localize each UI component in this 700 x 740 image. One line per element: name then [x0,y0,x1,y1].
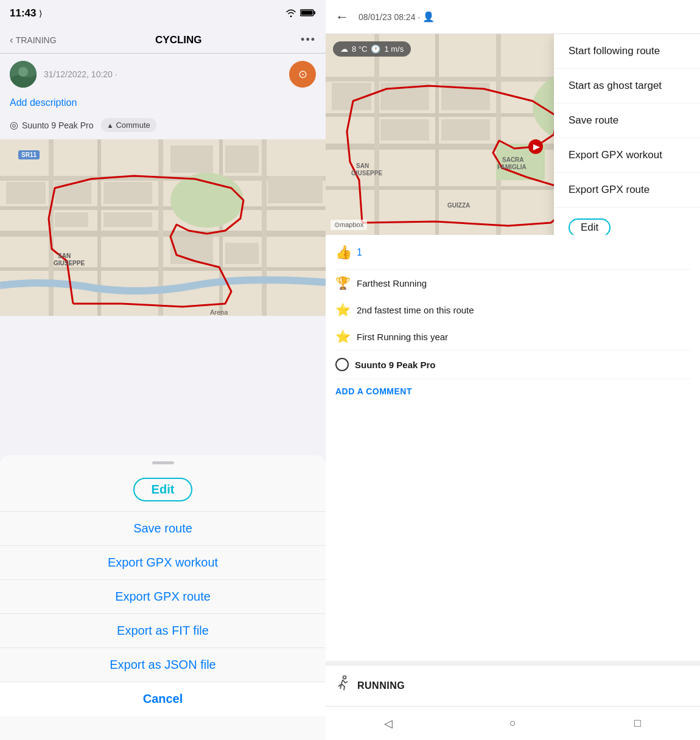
road-badge: SR11 [18,150,40,159]
nav-back-label: TRAINING [16,35,57,45]
achievement-2: ⭐ 2nd fastest time on this route [335,296,690,323]
svg-rect-49 [380,119,429,141]
svg-text:SAN: SAN [58,253,71,259]
sheet-export-gpx-workout[interactable]: Export GPX workout [0,546,326,580]
header-datetime: 08/01/23 08:24 · [359,12,420,22]
commute-tag[interactable]: ▲ Commute [101,118,156,132]
nav-back[interactable]: ‹ TRAINING [10,34,57,46]
svg-rect-1 [314,11,316,14]
star-icon-2: ⭐ [335,329,351,344]
sheet-export-json[interactable]: Export as JSON file [0,648,326,682]
svg-rect-41 [435,34,439,235]
svg-rect-51 [441,119,490,141]
save-route[interactable]: Save route [554,103,700,138]
trophy-icon: 🏆 [335,276,351,290]
edit-route[interactable]: Edit [554,208,700,235]
svg-text:GIUSEPPE: GIUSEPPE [54,260,85,267]
running-label: RUNNING [357,680,405,691]
clock-icon: 🕐 [371,44,380,54]
svg-rect-16 [6,182,46,204]
more-button[interactable]: ••• [301,33,316,46]
achievement-1-text: Farthest Running [357,278,427,288]
export-gpx-workout[interactable]: Export GPX workout [554,138,700,173]
left-panel: 11:43 ⟩ ‹ TRAINING [0,0,326,740]
device-row: ◎ Suunto 9 Peak Pro ▲ Commute [0,116,326,139]
svg-rect-13 [219,139,223,316]
achievement-3-text: First Running this year [357,332,448,342]
commute-tag-label: Commute [116,120,150,130]
back-button[interactable]: ← [335,9,349,25]
thumbs-up-icon[interactable]: 👍 [335,245,352,260]
section-divider [326,661,700,666]
svg-rect-20 [103,212,152,227]
svg-rect-21 [170,145,213,173]
sheet-cancel[interactable]: Cancel [0,682,326,716]
android-recent-button[interactable]: □ [626,711,650,736]
running-section: RUNNING [326,666,700,706]
svg-rect-23 [225,145,259,173]
export-gpx-route[interactable]: Export GPX route [554,173,700,208]
battery-icon [300,9,316,19]
svg-rect-18 [55,212,88,227]
add-description-button[interactable]: Add description [0,95,326,116]
activity-date: 31/12/2022, 10:20 · [44,69,282,79]
achievement-2-text: 2nd fastest time on this route [357,305,474,315]
device-badge: ◎ Suunto 9 Peak Pro [10,119,94,131]
activity-content: 👍 1 🏆 Farthest Running ⭐ 2nd fastest tim… [326,235,700,661]
status-icons [285,9,316,19]
dropdown-menu: Start following route Start as ghost tar… [554,34,700,235]
svg-text:SAN: SAN [356,162,369,169]
svg-rect-17 [55,182,91,204]
achievement-1: 🏆 Farthest Running [335,270,690,296]
android-back-button[interactable]: ◁ [376,711,401,736]
bottom-sheet: Edit Save route Export GPX workout Expor… [0,455,326,740]
device-row-right: Suunto 9 Peak Pro [335,350,690,379]
nav-bar: ‹ TRAINING CYCLING ••• [0,27,326,54]
svg-rect-42 [496,34,501,235]
weather-badge: ☁ 8 °C 🕐 1 m/s [333,41,411,57]
svg-text:FAMIGLIA: FAMIGLIA [497,164,527,170]
svg-text:GIUSEPPE: GIUSEPPE [351,170,382,176]
svg-rect-24 [225,243,259,264]
running-icon [335,675,350,696]
map-left: Arena SAN GIUSEPPE Bo Palace SR11 [0,139,326,316]
svg-text:GUIZZA: GUIZZA [447,202,470,209]
status-bar: 11:43 ⟩ [0,0,326,27]
svg-rect-40 [374,34,379,235]
like-count: 1 [357,247,362,258]
like-row: 👍 1 [335,245,690,270]
device-name-right: Suunto 9 Peak Pro [355,360,436,370]
header-user-icon: 👤 [422,12,435,22]
wind-speed: 1 m/s [384,44,404,54]
star-icon-1: ⭐ [335,302,351,317]
svg-rect-25 [268,176,323,203]
activity-header: 31/12/2022, 10:20 · ⊙ [0,54,326,95]
sheet-handle [152,461,174,464]
svg-text:SACRA: SACRA [502,156,524,163]
android-header: ← 08/01/23 08:24 · 👤 [326,0,700,34]
activity-info: 31/12/2022, 10:20 · [44,69,282,79]
device-name: Suunto 9 Peak Pro [22,120,94,130]
commute-tag-icon: ▲ [107,122,114,129]
temperature: 8 °C [352,44,367,54]
activity-type-badge: ⊙ [289,61,316,88]
android-home-button[interactable]: ○ [501,711,525,736]
status-time: 11:43 [10,7,36,19]
location-icon: ⟩ [39,9,42,18]
watch-icon [335,358,349,371]
edit-label[interactable]: Edit [133,478,193,501]
edit-label[interactable]: Edit [569,218,611,235]
device-icon: ◎ [10,119,18,131]
sheet-export-fit[interactable]: Export as FIT file [0,614,326,648]
cloud-icon: ☁ [340,44,348,54]
start-as-ghost-target[interactable]: Start as ghost target [554,69,700,103]
cycling-icon: ⊙ [298,68,307,81]
sheet-export-gpx-route[interactable]: Export GPX route [0,580,326,614]
sheet-save-route[interactable]: Save route [0,512,326,546]
sheet-edit-item[interactable]: Edit [0,468,326,512]
map-right: SAN GIUSEPPE SACRA FAMIGLIA SANT CROCIFI… [326,34,700,235]
add-comment-button[interactable]: ADD A COMMENT [335,379,690,403]
achievement-3: ⭐ First Running this year [335,323,690,350]
start-following-route[interactable]: Start following route [554,34,700,69]
svg-rect-2 [301,10,313,15]
